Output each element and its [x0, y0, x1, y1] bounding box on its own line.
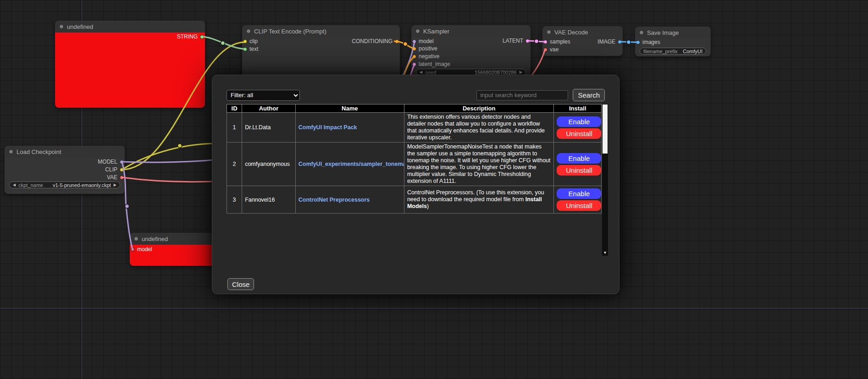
enable-button[interactable]: Enable [557, 188, 601, 199]
slot-dot[interactable] [412, 39, 416, 44]
slot-dot[interactable] [525, 39, 530, 43]
description-cell: ModelSamplerTonemapNoiseTest a node that… [404, 143, 554, 186]
slot-dot[interactable] [618, 40, 622, 44]
slot-dot[interactable] [120, 160, 124, 164]
next-arrow-icon[interactable]: ▶ [114, 182, 116, 188]
node-title-bar[interactable]: KSampler [411, 25, 531, 37]
node-title-bar[interactable]: undefined [55, 21, 205, 33]
input-slot-model[interactable]: model [412, 38, 434, 44]
slot-dot[interactable] [243, 47, 247, 51]
node-save-image[interactable]: Save Image images filename_prefix ComfyU… [635, 27, 711, 56]
collapse-toggle-icon[interactable] [547, 30, 551, 34]
install-cell: Enable Uninstall [554, 186, 602, 214]
description-text: ModelSamplerTonemapNoiseTest a node that… [407, 143, 551, 184]
node-title-bar[interactable]: Load Checkpoint [5, 146, 125, 158]
slot-label: images [642, 39, 660, 45]
uninstall-button[interactable]: Uninstall [557, 128, 601, 139]
node-ksampler[interactable]: KSampler model positive negative latent_… [411, 25, 531, 76]
header-id: ID [227, 104, 242, 113]
widget-label: ckpt_name [18, 182, 43, 188]
slot-dot[interactable] [636, 40, 640, 44]
slot-label: text [249, 46, 258, 52]
uninstall-button[interactable]: Uninstall [557, 165, 601, 176]
collapse-toggle-icon[interactable] [246, 29, 251, 33]
slot-dot[interactable] [412, 47, 416, 51]
slot-dot[interactable] [412, 62, 416, 66]
input-slot-vae[interactable]: vae [543, 46, 558, 53]
extension-table: ID Author Name Description Install 1 Dr.… [227, 104, 602, 214]
description-text: This extension offers various detector n… [407, 114, 545, 141]
node-title: undefined [67, 23, 93, 30]
extension-link[interactable]: ControlNet Preprocessors [299, 197, 370, 203]
description-cell: This extension offers various detector n… [404, 113, 554, 143]
ckpt-name-widget[interactable]: ◀ ckpt_name v1-5-pruned-emaonly.ckpt ▶ [9, 181, 120, 188]
output-slot-vae[interactable]: VAE [107, 174, 124, 181]
filename-prefix-widget[interactable]: filename_prefix ComfyUI [640, 48, 706, 55]
node-undefined-bottom[interactable]: undefined model [130, 233, 219, 266]
output-slot-clip[interactable]: CLIP [105, 166, 124, 173]
slot-dot[interactable] [120, 176, 124, 180]
slot-label: CONDITIONING [352, 38, 393, 44]
previous-arrow-icon[interactable]: ◀ [13, 182, 16, 188]
slot-dot[interactable] [200, 35, 204, 39]
node-title-bar[interactable]: VAE Decode [542, 26, 623, 38]
collapse-toggle-icon[interactable] [134, 236, 138, 241]
header-install: Install [554, 104, 602, 113]
close-button[interactable]: Close [227, 278, 254, 290]
slot-dot[interactable] [243, 39, 247, 44]
slot-dot[interactable] [120, 168, 124, 172]
extension-link[interactable]: ComfyUI Impact Pack [299, 124, 357, 131]
input-slot-clip[interactable]: clip [243, 38, 258, 44]
slot-dot[interactable] [543, 40, 547, 44]
table-scrollbar[interactable]: ▼ [602, 104, 608, 256]
node-title-bar[interactable]: undefined [130, 233, 219, 245]
input-slot-positive[interactable]: positive [412, 45, 437, 52]
name-cell: ControlNet Preprocessors [295, 186, 404, 214]
output-slot-model[interactable]: MODEL [98, 159, 124, 165]
slot-dot[interactable] [412, 55, 416, 59]
extension-row: 1 Dr.Lt.Data ComfyUI Impact Pack This ex… [227, 113, 602, 143]
slot-label: samples [550, 38, 570, 45]
node-undefined-top[interactable]: undefined STRING [55, 21, 205, 108]
output-slot-conditioning[interactable]: CONDITIONING [352, 38, 399, 44]
enable-button[interactable]: Enable [557, 116, 601, 127]
node-body: images filename_prefix ComfyUI [635, 38, 711, 56]
slot-label: VAE [107, 174, 117, 181]
output-slot-string[interactable]: STRING [177, 33, 204, 40]
node-body: clip text CONDITIONING [242, 37, 400, 80]
enable-button[interactable]: Enable [557, 153, 601, 164]
input-slot-model[interactable]: model [131, 246, 152, 253]
header-name: Name [295, 104, 404, 113]
node-clip-text-encode[interactable]: CLIP Text Encode (Prompt) clip text COND… [242, 25, 400, 80]
input-slot-images[interactable]: images [636, 39, 660, 45]
node-load-checkpoint[interactable]: Load Checkpoint MODEL CLIP VAE ◀ ckpt_na… [5, 146, 125, 194]
input-slot-samples[interactable]: samples [543, 38, 570, 45]
slot-dot[interactable] [131, 247, 135, 252]
output-slot-latent[interactable]: LATENT [503, 38, 530, 44]
search-button[interactable]: Search [573, 89, 605, 101]
node-vae-decode[interactable]: VAE Decode samples vae IMAGE [542, 26, 623, 56]
node-body: samples vae IMAGE [542, 38, 623, 56]
extension-link[interactable]: ComfyUI_experiments/sampler_tonemap [299, 161, 404, 167]
node-body: MODEL CLIP VAE ◀ ckpt_name v1-5-pruned-e… [5, 158, 125, 194]
input-slot-text[interactable]: text [243, 46, 258, 52]
collapse-toggle-icon[interactable] [59, 24, 64, 29]
filter-select[interactable]: Filter: all [227, 90, 300, 101]
canvas-axis-horizontal [0, 308, 868, 308]
search-input[interactable] [476, 90, 568, 100]
collapse-toggle-icon[interactable] [415, 29, 420, 33]
scrollbar-thumb[interactable] [603, 104, 608, 154]
output-slot-image[interactable]: IMAGE [597, 38, 622, 45]
collapse-toggle-icon[interactable] [9, 149, 13, 154]
collapse-toggle-icon[interactable] [639, 30, 644, 35]
uninstall-button[interactable]: Uninstall [557, 200, 601, 211]
slot-dot[interactable] [543, 48, 547, 52]
slot-dot[interactable] [395, 39, 399, 44]
install-cell: Enable Uninstall [554, 113, 602, 143]
input-slot-negative[interactable]: negative [412, 53, 439, 60]
node-title-bar[interactable]: CLIP Text Encode (Prompt) [242, 25, 400, 37]
slot-label: MODEL [98, 159, 117, 165]
input-slot-latent-image[interactable]: latent_image [412, 61, 450, 67]
scroll-down-icon[interactable]: ▼ [602, 251, 608, 255]
node-title-bar[interactable]: Save Image [635, 27, 711, 38]
